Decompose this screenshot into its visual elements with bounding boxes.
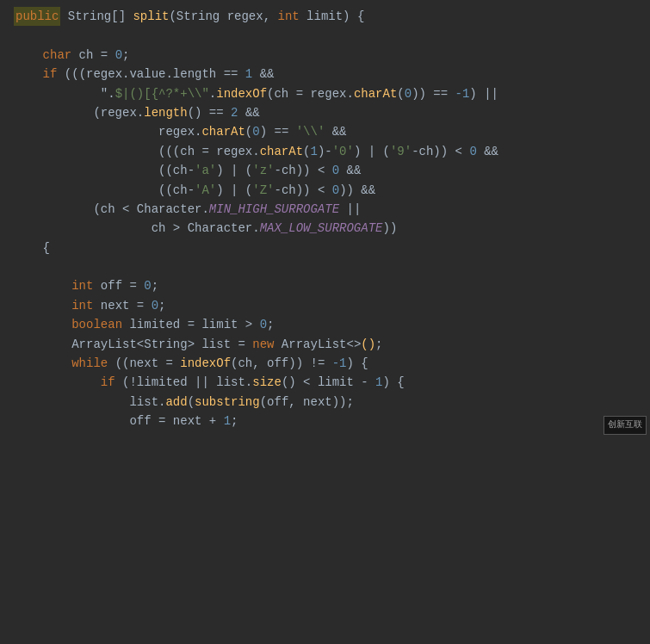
code-line: ((ch-'A') | ('Z'-ch)) < 0)) && bbox=[0, 181, 650, 200]
code-line bbox=[0, 257, 650, 276]
code-line: ch > Character.MAX_LOW_SURROGATE)) bbox=[0, 219, 650, 238]
code-line: int next = 0; bbox=[0, 296, 650, 315]
code-lines: public String[] split(String regex, int … bbox=[0, 7, 650, 431]
code-line: int off = 0; bbox=[0, 276, 650, 295]
code-line: ".$|()[{^?*+\\".indexOf(ch = regex.charA… bbox=[0, 84, 650, 103]
watermark: 创新互联 bbox=[604, 416, 647, 435]
code-line: regex.charAt(0) == '\\' && bbox=[0, 122, 650, 141]
code-line: (((ch = regex.charAt(1)-'0') | ('9'-ch))… bbox=[0, 142, 650, 161]
code-line: list.add(substring(off, next)); bbox=[0, 393, 650, 412]
code-line: (ch < Character.MIN_HIGH_SURROGATE || bbox=[0, 200, 650, 219]
code-line bbox=[0, 26, 650, 45]
code-line: public String[] split(String regex, int … bbox=[0, 7, 650, 26]
code-line: ArrayList<String> list = new ArrayList<>… bbox=[0, 335, 650, 354]
code-line: off = next + 1; bbox=[0, 412, 650, 430]
code-line: { bbox=[0, 238, 650, 257]
code-line: if (((regex.value.length == 1 && bbox=[0, 65, 650, 84]
code-line: ((ch-'a') | ('z'-ch)) < 0 && bbox=[0, 161, 650, 180]
code-editor: public String[] split(String regex, int … bbox=[0, 0, 650, 438]
code-line: (regex.length() == 2 && bbox=[0, 103, 650, 122]
code-line: while ((next = indexOf(ch, off)) != -1) … bbox=[0, 354, 650, 373]
code-line: char ch = 0; bbox=[0, 46, 650, 65]
code-line: if (!limited || list.size() < limit - 1)… bbox=[0, 373, 650, 392]
code-line: boolean limited = limit > 0; bbox=[0, 315, 650, 334]
